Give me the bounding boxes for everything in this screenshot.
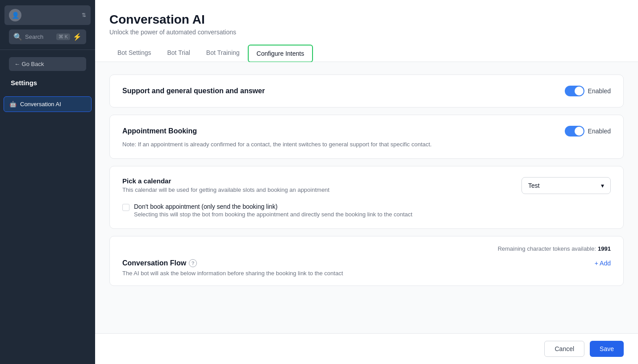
- search-label: Search: [25, 33, 54, 40]
- flow-title-group: Conversation Flow ?: [122, 259, 197, 267]
- support-qa-toggle-row: Enabled: [565, 86, 611, 96]
- checkbox-text: Don't book appointment (only send the bo…: [134, 203, 413, 218]
- tokens-section: Remaining character tokens available: 19…: [109, 236, 624, 286]
- tabs-bar: Bot Settings Bot Trial Bot Training Conf…: [109, 45, 624, 62]
- calendar-label: Pick a calendar: [122, 177, 329, 185]
- checkbox-label: Don't book appointment (only send the bo…: [134, 203, 413, 210]
- chevron-updown-icon: ⇅: [82, 12, 86, 18]
- appointment-booking-header: Appointment Booking Enabled: [122, 126, 611, 136]
- search-plus-icon[interactable]: ⚡: [73, 33, 82, 41]
- sidebar-item-conversation-ai[interactable]: 🤖 Conversation AI: [4, 96, 92, 112]
- go-back-label: ← Go Back: [14, 61, 44, 67]
- sidebar-nav: 🤖 Conversation AI: [0, 95, 95, 364]
- sidebar-item-label: Conversation AI: [20, 101, 61, 108]
- appointment-booking-toggle-row: Enabled: [565, 126, 611, 136]
- calendar-select[interactable]: Test ▾: [521, 177, 611, 194]
- conversation-ai-icon: 🤖: [9, 101, 17, 108]
- cancel-button[interactable]: Cancel: [544, 341, 584, 357]
- checkbox-row: Don't book appointment (only send the bo…: [122, 203, 611, 218]
- dont-book-checkbox[interactable]: [122, 204, 129, 211]
- tab-bot-training[interactable]: Bot Training: [198, 45, 248, 62]
- appointment-booking-toggle[interactable]: [565, 126, 584, 136]
- search-bar[interactable]: 🔍 Search ⌘ K ⚡: [9, 29, 86, 44]
- support-qa-toggle[interactable]: [565, 86, 584, 96]
- calendar-description: This calendar will be used for getting a…: [122, 186, 329, 193]
- save-button[interactable]: Save: [590, 341, 624, 357]
- flow-header: Conversation Flow ? + Add: [122, 259, 611, 267]
- bottom-bar: Cancel Save: [95, 333, 638, 364]
- support-qa-header: Support and general question and answer …: [122, 86, 611, 96]
- appointment-booking-toggle-label: Enabled: [588, 128, 611, 135]
- add-flow-button[interactable]: + Add: [595, 260, 611, 267]
- avatar: 👤: [9, 9, 21, 21]
- support-qa-title: Support and general question and answer: [122, 87, 265, 95]
- calendar-selected-value: Test: [528, 182, 540, 189]
- tab-bot-trial[interactable]: Bot Trial: [159, 45, 198, 62]
- support-qa-toggle-label: Enabled: [588, 87, 611, 95]
- appointment-booking-card: Appointment Booking Enabled Note: If an …: [109, 115, 624, 159]
- account-selector[interactable]: 👤 ⇅: [4, 5, 91, 25]
- search-shortcut: ⌘ K: [56, 33, 70, 40]
- content-area: Support and general question and answer …: [95, 62, 638, 333]
- account-selector-left: 👤: [9, 9, 21, 21]
- page-subtitle: Unlock the power of automated conversati…: [109, 29, 624, 36]
- settings-label: Settings: [4, 75, 91, 92]
- sidebar-top: 👤 ⇅ 🔍 Search ⌘ K ⚡: [0, 0, 95, 50]
- support-qa-card: Support and general question and answer …: [109, 74, 624, 108]
- calendar-section: Pick a calendar This calendar will be us…: [109, 166, 624, 229]
- help-icon[interactable]: ?: [189, 259, 197, 267]
- tokens-row: Remaining character tokens available: 19…: [122, 245, 611, 252]
- calendar-row: Pick a calendar This calendar will be us…: [122, 177, 611, 194]
- main-content: Conversation AI Unlock the power of auto…: [95, 0, 638, 364]
- appointment-booking-title: Appointment Booking: [122, 127, 197, 135]
- page-title: Conversation AI: [109, 12, 624, 27]
- checkbox-description: Selecting this will stop the bot from bo…: [134, 211, 413, 218]
- flow-title-label: Conversation Flow: [122, 259, 186, 267]
- calendar-chevron-icon: ▾: [601, 182, 604, 189]
- tokens-count: 1991: [598, 245, 611, 252]
- tab-configure-intents[interactable]: Configure Intents: [248, 45, 313, 62]
- calendar-info: Pick a calendar This calendar will be us…: [122, 177, 329, 193]
- tab-bot-settings[interactable]: Bot Settings: [109, 45, 159, 62]
- sidebar: 👤 ⇅ 🔍 Search ⌘ K ⚡ ← Go Back Settings 🤖 …: [0, 0, 95, 364]
- go-back-button[interactable]: ← Go Back: [9, 57, 86, 71]
- search-icon: 🔍: [13, 33, 22, 41]
- tokens-label: Remaining character tokens available:: [498, 245, 596, 252]
- main-header: Conversation AI Unlock the power of auto…: [95, 0, 638, 62]
- flow-description: The AI bot will ask the below informatio…: [122, 270, 611, 277]
- appointment-booking-note: Note: If an appointment is already confi…: [122, 141, 611, 148]
